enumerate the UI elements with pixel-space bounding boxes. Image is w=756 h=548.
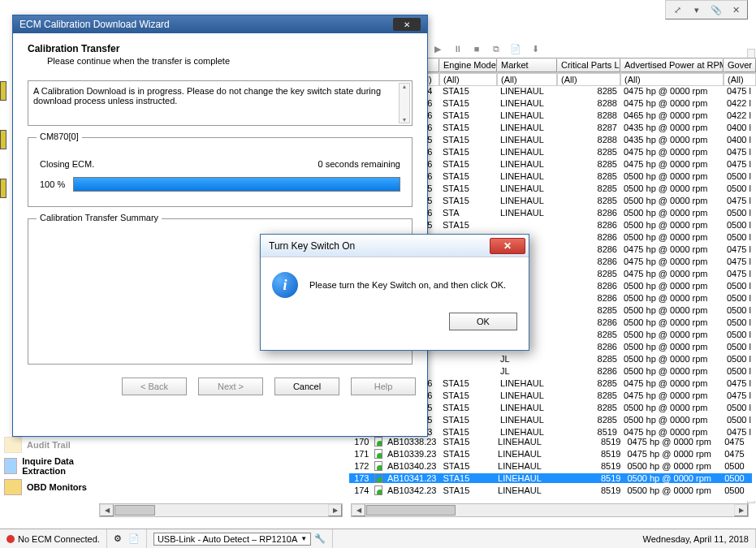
- cell: 8288: [557, 110, 620, 123]
- calibration-list: 170AB10338.23STA15LINEHAUL85190475 hp @ …: [349, 435, 752, 496]
- adapter-selector[interactable]: USB-Link - Auto Detect – RP1210A ▼ 🔧: [147, 529, 333, 548]
- scroll-left-icon[interactable]: ◀: [352, 504, 365, 516]
- cell: 0500 hp @ 0000 rpm: [620, 415, 724, 427]
- obd-icon: [4, 479, 22, 495]
- row-doc-icon: [372, 461, 384, 471]
- row-doc-icon: [372, 485, 384, 495]
- table-row[interactable]: 8.16STA15LINEHAUL82850475 hp @ 0000 rpm0…: [412, 378, 756, 391]
- message-scrollbar[interactable]: ▲▼: [399, 83, 410, 123]
- scroll-right-icon[interactable]: ▶: [328, 504, 342, 516]
- nav-obd-monitors[interactable]: OBD Monitors: [4, 477, 92, 497]
- nav-inquire-data[interactable]: Inquire Data Extraction: [4, 455, 92, 477]
- cell: STA15: [439, 391, 497, 403]
- cell: 8519: [596, 485, 624, 495]
- cell: 0475 hp @ 0000 rpm: [620, 244, 724, 257]
- col-advertised-power[interactable]: Advertised Power at RPM: [620, 58, 724, 72]
- cell: STA15: [439, 159, 497, 171]
- progress-percent: 100 %: [40, 179, 65, 189]
- back-button[interactable]: < Back: [122, 378, 187, 395]
- col-engine-model[interactable]: Engine Model: [439, 58, 497, 72]
- down-icon[interactable]: ▾: [690, 3, 703, 16]
- filter-mk[interactable]: (All): [497, 73, 557, 86]
- attach-icon[interactable]: 📎: [710, 3, 723, 16]
- scroll-left-icon[interactable]: ◀: [100, 504, 114, 516]
- col-gover[interactable]: Gover: [724, 58, 756, 72]
- next-button[interactable]: Next >: [198, 378, 263, 395]
- table-row[interactable]: 0.16STA15LINEHAUL82850475 hp @ 0000 rpm0…: [412, 147, 756, 159]
- filter-cpl[interactable]: (All): [557, 73, 620, 86]
- nav-audit-trail[interactable]: Audit Trail: [4, 435, 92, 455]
- list-item[interactable]: 173AB10341.23STA15LINEHAUL85190500 hp @ …: [349, 472, 752, 484]
- dropdown-icon[interactable]: ▼: [300, 535, 307, 542]
- table-row[interactable]: 5.16STA15LINEHAUL82880475 hp @ 0000 rpm0…: [412, 98, 756, 110]
- cell: 8285: [557, 403, 620, 415]
- scroll-right-icon[interactable]: ▶: [734, 504, 748, 516]
- table-row[interactable]: 6.15STA15LINEHAUL82850500 hp @ 0000 rpm0…: [412, 415, 756, 427]
- table-row[interactable]: 4.16STA15LINEHAUL82850500 hp @ 0000 rpm0…: [412, 171, 756, 183]
- col-market[interactable]: Market: [497, 58, 557, 72]
- help-button[interactable]: Help: [351, 378, 416, 395]
- cell: 0500 hp @ 0000 rpm: [620, 403, 724, 415]
- cell: 0475 l: [724, 391, 756, 403]
- table-row[interactable]: 0.16STA15LINEHAUL82850475 hp @ 0000 rpm0…: [412, 391, 756, 403]
- table-row[interactable]: 2.16STA15LINEHAUL82850475 hp @ 0000 rpm0…: [412, 159, 756, 171]
- dialog-close-button[interactable]: ✕: [490, 238, 525, 254]
- col-critical-parts[interactable]: Critical Parts List: [557, 58, 620, 72]
- table-row[interactable]: 6.15STA15LINEHAUL82850500 hp @ 0000 rpm0…: [412, 183, 756, 196]
- filter-gov[interactable]: (All): [724, 73, 756, 86]
- close-icon[interactable]: ✕: [729, 3, 742, 16]
- expand-icon[interactable]: ⤢: [671, 3, 684, 16]
- table-row[interactable]: 7.16STA15LINEHAUL82870435 hp @ 0000 rpm0…: [412, 123, 756, 135]
- tool-icon[interactable]: ⚙: [114, 533, 122, 544]
- wizard-titlebar[interactable]: ECM Calibration Download Wizard ✕: [13, 15, 427, 33]
- table-row[interactable]: 2.15STA15LINEHAUL82850500 hp @ 0000 rpm0…: [412, 403, 756, 415]
- filter-adv[interactable]: (All): [620, 73, 724, 86]
- hscroll-left[interactable]: ◀ ▶: [99, 503, 343, 517]
- doc-icon[interactable]: 📄: [508, 41, 523, 56]
- seconds-remaining: 0 seconds remaining: [318, 159, 400, 169]
- row-number: 173: [349, 473, 372, 483]
- grid-header[interactable]: de Engine Model Market Critical Parts Li…: [412, 58, 756, 73]
- filter-em[interactable]: (All): [439, 73, 497, 86]
- table-row[interactable]: 4.14STA15LINEHAUL82850475 hp @ 0000 rpm0…: [412, 86, 756, 98]
- cell: 0500 hp @ 0000 rpm: [620, 354, 724, 366]
- list-item[interactable]: 172AB10340.23STA15LINEHAUL85190500 hp @ …: [349, 460, 752, 472]
- wizard-message-text: A Calibration Download is in progress. P…: [33, 86, 381, 106]
- stop-icon[interactable]: ■: [469, 41, 484, 56]
- tool-icon[interactable]: 📄: [128, 533, 140, 544]
- cancel-button[interactable]: Cancel: [274, 378, 339, 395]
- table-row[interactable]: 4.15STA1582860500 hp @ 0000 rpm0500 l: [412, 220, 756, 232]
- cell: AB10340.23: [385, 461, 440, 471]
- cell: 8285: [557, 415, 620, 427]
- config-icon[interactable]: ⧉: [489, 41, 503, 56]
- table-row[interactable]: 8.15STA15LINEHAUL82880435 hp @ 0000 rpm0…: [412, 135, 756, 147]
- cell: STA15: [439, 403, 497, 415]
- table-row[interactable]: 2.16STALINEHAUL82860500 hp @ 0000 rpm050…: [412, 208, 756, 220]
- table-row[interactable]: 6.16STA15LINEHAUL82880465 hp @ 0000 rpm0…: [412, 110, 756, 123]
- list-item[interactable]: 171AB10339.23STA15LINEHAUL85190475 hp @ …: [349, 447, 752, 460]
- cell: 0500 hp @ 0000 rpm: [620, 305, 724, 317]
- play-icon[interactable]: ▶: [430, 41, 445, 56]
- cell: STA15: [439, 183, 497, 196]
- dialog-titlebar[interactable]: Turn Key Switch On ✕: [261, 235, 529, 257]
- cell: 8287: [557, 123, 620, 135]
- tool-icon[interactable]: 🔧: [314, 533, 326, 544]
- hscroll-right[interactable]: ◀ ▶: [351, 503, 749, 517]
- cell: 0400 l: [724, 135, 756, 147]
- ok-button[interactable]: OK: [449, 313, 517, 330]
- table-row[interactable]: 0.15STA15LINEHAUL82850500 hp @ 0000 rpm0…: [412, 196, 756, 208]
- list-item[interactable]: 170AB10338.23STA15LINEHAUL85190475 hp @ …: [349, 435, 752, 447]
- list-item[interactable]: 174AB10342.23STA15LINEHAUL85190500 hp @ …: [349, 484, 752, 496]
- grid-filter[interactable]: (All) (All) (All) (All) (All) (All): [412, 73, 756, 86]
- table-row[interactable]: JL82860500 hp @ 0000 rpm0500 l: [412, 366, 756, 378]
- pause-icon[interactable]: ⏸: [450, 41, 464, 56]
- wizard-close-button[interactable]: ✕: [393, 18, 421, 31]
- cell: 0500 hp @ 0000 rpm: [620, 220, 724, 232]
- download-icon[interactable]: ⬇: [528, 41, 542, 56]
- cell: 8519: [596, 473, 624, 483]
- cell: 0500 hp @ 0000 rpm: [620, 317, 724, 330]
- table-row[interactable]: JL82850500 hp @ 0000 rpm0500 l: [412, 354, 756, 366]
- cell: 8286: [557, 257, 620, 269]
- cell: LINEHAUL: [497, 171, 557, 183]
- adapter-combo[interactable]: USB-Link - Auto Detect – RP1210A ▼: [153, 533, 311, 546]
